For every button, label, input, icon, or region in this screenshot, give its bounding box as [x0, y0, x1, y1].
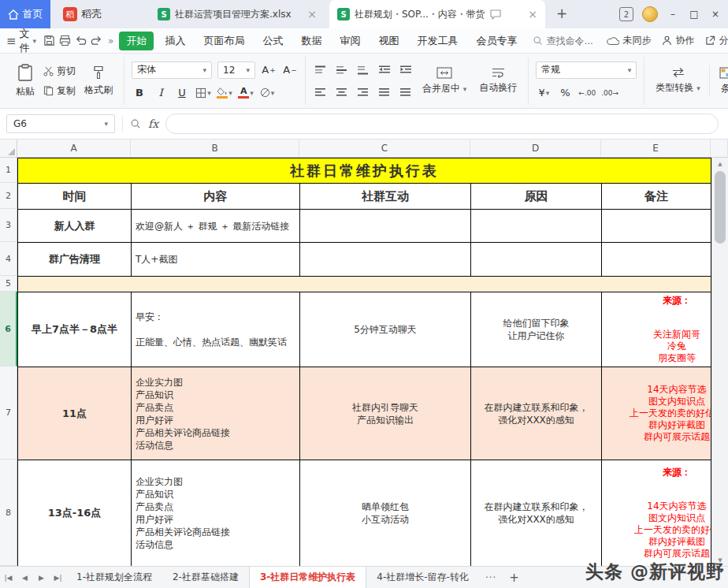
- close-icon[interactable]: ×: [709, 0, 722, 28]
- increase-font-button[interactable]: A+: [261, 62, 277, 78]
- cell-D3[interactable]: [471, 210, 602, 243]
- merge-center-button[interactable]: 合并居中 ▾: [418, 65, 470, 97]
- menu-tab-formulas[interactable]: 公式: [255, 32, 290, 50]
- align-center-icon[interactable]: [334, 84, 350, 100]
- sync-status[interactable]: 未同步: [607, 34, 651, 47]
- undo-button[interactable]: [75, 35, 87, 47]
- close-tab-icon[interactable]: ×: [307, 8, 317, 20]
- justify-icon[interactable]: [377, 84, 392, 100]
- scroll-up-icon[interactable]: ▲: [712, 158, 728, 169]
- align-top-icon[interactable]: [313, 62, 329, 78]
- cell-E8[interactable]: 来源： 14天内容节选 图文内知识点 上一天发的卖的好信 群内好评截图 群内可展…: [602, 460, 711, 567]
- first-sheet-icon[interactable]: |◀: [0, 574, 17, 582]
- formula-input[interactable]: [165, 114, 719, 134]
- decrease-decimal-button[interactable]: .00→: [601, 85, 618, 101]
- copy-button[interactable]: 复制: [43, 84, 76, 98]
- menu-tab-insert[interactable]: 插入: [158, 32, 192, 50]
- fill-color-button[interactable]: ▾: [217, 85, 232, 101]
- redo-button[interactable]: [91, 35, 102, 47]
- cell-header-interact[interactable]: 社群互动: [300, 184, 471, 210]
- column-header-B[interactable]: B: [131, 140, 299, 157]
- row-header-6-selected[interactable]: 6: [0, 292, 17, 367]
- column-header-C[interactable]: C: [299, 140, 470, 157]
- cell-B7[interactable]: 企业实力图 产品知识 产品卖点 用户好评 产品相关评论商品链接 活动信息: [132, 367, 300, 460]
- document-tab-1[interactable]: S 社群运营项目管理方案.xlsx ×: [150, 0, 325, 28]
- cut-button[interactable]: 剪切: [43, 65, 76, 78]
- row-header-3[interactable]: 3: [0, 209, 17, 242]
- column-header-A[interactable]: A: [17, 140, 131, 157]
- cell-E3[interactable]: [602, 210, 711, 243]
- row-header-4[interactable]: 4: [0, 242, 17, 276]
- print-button[interactable]: [59, 35, 71, 47]
- menu-tab-home[interactable]: 开始: [119, 32, 154, 50]
- tabs-count-badge[interactable]: 2: [619, 7, 633, 21]
- cell-C8[interactable]: 晒单领红包 小互动活动: [300, 460, 471, 567]
- sheet-tab-4[interactable]: 4-社群增长-留存-转化: [366, 567, 479, 588]
- percent-button[interactable]: %: [557, 85, 573, 101]
- new-tab-button[interactable]: +: [553, 6, 570, 23]
- menu-tab-view[interactable]: 视图: [371, 32, 406, 50]
- decrease-font-button[interactable]: A−: [282, 62, 298, 78]
- font-color-button[interactable]: A ▾: [238, 85, 254, 101]
- column-header-E[interactable]: E: [601, 140, 711, 157]
- distribute-icon[interactable]: [398, 84, 414, 100]
- wrap-text-button[interactable]: 自动换行: [475, 65, 521, 96]
- last-sheet-icon[interactable]: ▶|: [50, 574, 66, 582]
- document-tab-2-active[interactable]: S 社群规划・SOP...・内容・带货 ×: [329, 0, 545, 28]
- more-sheets-button[interactable]: ···: [479, 572, 503, 583]
- command-search[interactable]: [533, 35, 603, 47]
- comment-icon[interactable]: [490, 9, 501, 20]
- close-tab-icon[interactable]: ×: [528, 8, 537, 20]
- menu-tab-member[interactable]: 会员专享: [469, 32, 524, 50]
- select-all-corner[interactable]: [0, 140, 17, 157]
- cell-C6[interactable]: 5分钟互动聊天: [300, 292, 471, 367]
- cell-C7[interactable]: 社群内引导聊天 产品知识输出: [300, 367, 471, 460]
- number-format-select[interactable]: 常规 ▾: [536, 61, 637, 79]
- home-button[interactable]: 首页: [0, 0, 50, 28]
- increase-indent-icon[interactable]: [398, 62, 414, 78]
- vertical-scrollbar[interactable]: ▲ ▼: [711, 158, 728, 566]
- borders-button[interactable]: ▾: [195, 85, 211, 101]
- cell-A3[interactable]: 新人入群: [18, 210, 132, 243]
- cell-header-reason[interactable]: 原因: [471, 184, 602, 210]
- share-button[interactable]: 分享: [705, 34, 728, 47]
- cell-A6[interactable]: 早上7点半－8点半: [18, 292, 132, 367]
- increase-decimal-button[interactable]: ←.00: [578, 85, 596, 101]
- currency-button[interactable]: ¥ ▾: [536, 85, 552, 101]
- search-icon[interactable]: [130, 118, 141, 129]
- sheet-tab-2[interactable]: 2-社群基础搭建: [162, 567, 249, 588]
- search-input[interactable]: [546, 35, 603, 47]
- sheet-tab-1[interactable]: 1-社群规划全流程: [66, 567, 162, 588]
- row-header-5[interactable]: 5: [0, 276, 17, 292]
- next-sheet-icon[interactable]: ▶: [33, 574, 50, 582]
- font-name-select[interactable]: 宋体 ▾: [132, 61, 212, 79]
- bold-button[interactable]: B: [132, 85, 147, 101]
- cell-D7[interactable]: 在群内建立联系和印象， 强化对XXX的感知: [471, 367, 602, 460]
- cell-A4[interactable]: 群广告清理: [18, 243, 132, 277]
- minimize-icon[interactable]: –: [667, 0, 679, 28]
- align-middle-icon[interactable]: [334, 62, 350, 78]
- insert-function-icon[interactable]: fx: [148, 117, 158, 130]
- font-size-select[interactable]: 12 ▾: [217, 61, 255, 79]
- clear-format-button[interactable]: ▾: [259, 85, 275, 101]
- align-bottom-icon[interactable]: [355, 62, 371, 78]
- more-tools-icon[interactable]: »: [108, 35, 113, 47]
- row-header-1[interactable]: 1: [0, 158, 17, 183]
- type-convert-button[interactable]: 类型转换 ▾: [652, 65, 704, 96]
- cell-E7[interactable]: 14天内容节选 图文内知识点 上一天发的卖的好信息 群内好评截图 群内可展示话题: [602, 367, 711, 460]
- cell-header-note[interactable]: 备注: [602, 184, 711, 210]
- italic-button[interactable]: I: [153, 85, 169, 101]
- cell-E4[interactable]: [602, 243, 711, 277]
- cell-title-merged[interactable]: 社群日常维护执行表: [18, 158, 711, 184]
- name-box[interactable]: G6 ▾: [6, 114, 115, 133]
- cell-D6[interactable]: 给他们留下印象 让用户记住你: [471, 292, 602, 367]
- cell-A7[interactable]: 11点: [18, 367, 132, 460]
- row-header-8[interactable]: 8: [0, 460, 17, 566]
- cell-row5-merged[interactable]: [18, 277, 711, 292]
- avatar[interactable]: [642, 6, 658, 22]
- cell-A8[interactable]: 13点-16点: [18, 460, 132, 567]
- underline-button[interactable]: U: [174, 85, 190, 101]
- cell-B3[interactable]: 欢迎@新人 ＋ 群规 ＋ 最新活动链接: [132, 210, 300, 243]
- align-right-icon[interactable]: [355, 84, 371, 100]
- file-menu[interactable]: ≡ 文件 ▾: [6, 27, 36, 55]
